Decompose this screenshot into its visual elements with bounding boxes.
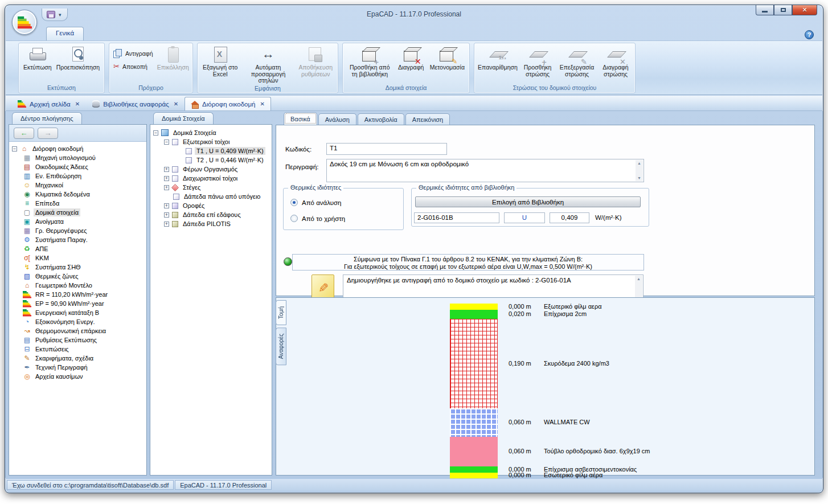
close-tab-icon[interactable]: ✕ [174, 101, 178, 107]
description-input[interactable]: Δοκός 19 cm με Μόνωση 6 cm και ορθοδρομι… [326, 159, 644, 182]
tree-item[interactable]: ▦Μηχανή υπολογισμού [9, 153, 146, 162]
tree-item-label: Εξωτερικοί τοίχοι [181, 138, 231, 146]
elements-panel-tab[interactable]: Δομικά Στοιχεία [153, 112, 214, 124]
wall-layer-label: 0,000 mΕσωτερικό φίλμ αέρα [509, 472, 602, 478]
tree-item[interactable]: ▣Ανοίγματα [9, 217, 146, 226]
tree-item[interactable]: ♻ΑΠΕ [9, 244, 146, 253]
tree-item[interactable]: ▢Δομικά στοιχεία [9, 208, 146, 217]
tree-item[interactable]: T2 , U = 0,446 W/(m²·K) [150, 155, 272, 165]
delete-element-button[interactable]: ✕ Διαγραφή [395, 44, 427, 84]
add-from-library-button[interactable]: ＋ Προσθήκη από τη βιβλιοθήκη [345, 44, 395, 84]
tab-radiation[interactable]: Ακτινοβολία [358, 113, 404, 125]
code-input[interactable]: T1 [326, 143, 447, 155]
tree-item[interactable]: ▥Εν. Επιθεώρηση [9, 171, 146, 181]
tree-item[interactable]: −⌂Διόροφη οικοδομή [9, 144, 146, 153]
tree-item[interactable]: ↝Θερμομονωτική επάρκεια [9, 326, 146, 335]
forward-button[interactable]: → [38, 128, 58, 139]
application-menu-button[interactable] [12, 10, 37, 35]
cube-icon [186, 148, 192, 154]
radio-from-user[interactable]: Από το χρήστη [290, 215, 345, 222]
export-excel-button[interactable]: Εξαγωγή στο Excel [199, 44, 241, 84]
paste-button[interactable]: Επικόλληση [155, 44, 191, 84]
expand-expander-icon[interactable]: + [164, 222, 169, 227]
save-settings-button[interactable]: Αποθήκευση ρυθμίσεων [296, 44, 336, 84]
tree-item[interactable]: T1 , U = 0,409 W/(m²·K) [150, 146, 272, 155]
tree-item[interactable]: Δάπεδα πάνω από υπόγειο [150, 192, 272, 201]
tree-item[interactable]: +Δάπεδα PILOTIS [150, 219, 272, 228]
radio-unselected-icon[interactable] [290, 215, 298, 222]
print-button[interactable]: Εκτύπωση [21, 44, 54, 84]
tree-item[interactable]: +Δάπεδα επί εδάφους [150, 210, 272, 219]
expand-expander-icon[interactable]: + [164, 185, 169, 190]
renumber-layers-button[interactable]: 1₂₃ Επαναρίθμηση [476, 44, 519, 84]
tree-item[interactable]: ▤Οικοδομικές Άδειες [9, 162, 146, 171]
add-layer-button[interactable]: ＋ Προσθήκη στρώσης [519, 44, 556, 84]
tree-item[interactable]: +Φέρων Οργανισμός [150, 165, 272, 174]
tree-item[interactable]: ↯Συστήματα ΣΗΘ [9, 263, 146, 272]
tree-item[interactable]: −Δομικά Στοιχεία [150, 128, 272, 137]
expand-expander-icon[interactable]: + [164, 176, 169, 181]
restore-button[interactable] [774, 5, 792, 15]
thermal-bridges-icon: ▦ [23, 227, 31, 235]
tree-item[interactable]: ≡Επίπεδα [9, 199, 146, 208]
scrollbar[interactable]: ▲▼ [636, 160, 643, 181]
close-tab-icon[interactable]: ✕ [75, 101, 80, 107]
autofit-columns-button[interactable]: Αυτόματη προσαρμογή στηλών [241, 44, 295, 84]
tree-item[interactable]: ✒Τεχνική Περιγραφή [9, 363, 146, 372]
tree-item[interactable]: ▦Γρ. Θερμογέφυρες [9, 226, 146, 235]
nav-panel-tab[interactable]: Δέντρο πλοήγησης [12, 112, 82, 124]
back-button[interactable]: ← [14, 128, 34, 139]
expand-expander-icon[interactable]: + [164, 167, 169, 172]
tree-item[interactable]: ▧Θερμικές ζώνες [9, 272, 146, 281]
tree-item[interactable]: ◎Αρχεία καυσίμων [9, 372, 146, 381]
collapse-expander-icon[interactable]: − [153, 130, 158, 136]
tab-analysis[interactable]: Ανάλυση [318, 113, 356, 125]
select-from-library-button[interactable]: Επιλογή από Βιβλιοθήκη [415, 196, 641, 207]
wall-layer [450, 319, 498, 408]
tree-item[interactable]: σ[ΚΚΜ [9, 253, 146, 263]
tree-item[interactable]: ◉Κλιματικά δεδομένα [9, 190, 146, 199]
tree-item[interactable]: ▤Ρυθμίσεις Εκτύπωσης [9, 335, 146, 345]
rename-element-button[interactable]: ✎ Μετονομασία [427, 44, 468, 84]
cut-button[interactable]: ✂ Αποκοπή [111, 61, 155, 72]
radio-from-analysis[interactable]: Από ανάλυση [290, 199, 342, 206]
tree-item[interactable]: +Οροφές [150, 201, 272, 210]
details-form: Κωδικός: T1 Περιγραφή: Δοκός 19 cm με Μό… [276, 125, 815, 296]
expand-expander-icon[interactable]: + [164, 212, 169, 218]
edit-layer-button[interactable]: ✎ Επεξεργασία στρώσης [556, 44, 598, 84]
tree-item[interactable]: −Εξωτερικοί τοίχοι [150, 137, 272, 146]
tree-item[interactable]: +Στέγες [150, 183, 272, 192]
tree-item[interactable]: Ενεργειακή κατάταξη Β [9, 308, 146, 317]
collapse-expander-icon[interactable]: − [164, 140, 169, 145]
tree-item[interactable]: +Διαχωριστικοί τοίχοι [150, 174, 272, 183]
copy-button[interactable]: Αντιγραφή [111, 48, 155, 59]
tab-visualization[interactable]: Απεικόνιση [405, 113, 450, 125]
doc-tab-building[interactable]: Διόροφη οικοδομή ✕ [185, 97, 271, 110]
minimize-button[interactable] [756, 5, 774, 15]
tree-item[interactable]: ☺Μηχανικοί [9, 181, 146, 190]
delete-layer-button[interactable]: ✕ Διαγραφή στρώσης [598, 44, 633, 84]
house-icon: ⌂ [20, 145, 28, 153]
close-button[interactable]: ✕ [792, 5, 817, 15]
help-button[interactable]: ? [805, 30, 814, 39]
close-tab-icon[interactable]: ✕ [260, 101, 265, 107]
doc-tab-libraries[interactable]: Βιβλιοθήκες αναφοράς ✕ [86, 97, 185, 110]
library-code-field[interactable]: 2-G016-01B [414, 212, 499, 223]
doc-tab-home[interactable]: Αρχική σελίδα ✕ [11, 97, 86, 110]
radio-selected-icon[interactable] [290, 199, 298, 206]
tree-item[interactable]: ◔Εξοικονόμηση Ενεργ. [9, 317, 146, 326]
collapse-expander-icon[interactable]: − [12, 146, 17, 151]
tab-basic[interactable]: Βασικά [284, 112, 317, 125]
tree-item[interactable]: ⊟Εκτυπώσεις [9, 345, 146, 354]
tree-item[interactable]: ⚙Συστήματα Παραγ. [9, 235, 146, 244]
print-preview-button[interactable]: Προεπισκόπηση [54, 44, 102, 84]
tab-section[interactable]: Τομή [276, 300, 286, 325]
u-value-field[interactable]: 0,409 [550, 212, 589, 223]
tree-item[interactable]: ✎Σκαριφήματα, σχέδια [9, 354, 146, 363]
tab-reports[interactable]: Αναφορές [276, 327, 286, 365]
ribbon-tab-general[interactable]: Γενικά [46, 27, 84, 40]
expand-expander-icon[interactable]: + [164, 203, 169, 208]
tree-item[interactable]: EP = 90,90 kWh/m²·year [9, 299, 146, 308]
tree-item[interactable]: ⌂Γεωμετρικό Μοντέλο [9, 281, 146, 290]
tree-item[interactable]: RR = 110,20 kWh/m²·year [9, 290, 146, 299]
